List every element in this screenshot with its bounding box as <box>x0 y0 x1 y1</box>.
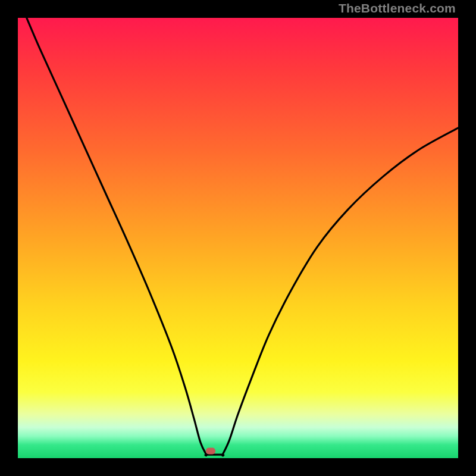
bottleneck-curve <box>18 18 458 458</box>
plot-area <box>18 18 458 458</box>
watermark-text: TheBottleneck.com <box>339 1 456 15</box>
optimal-point-marker <box>206 448 215 455</box>
chart-frame: TheBottleneck.com <box>0 0 476 476</box>
